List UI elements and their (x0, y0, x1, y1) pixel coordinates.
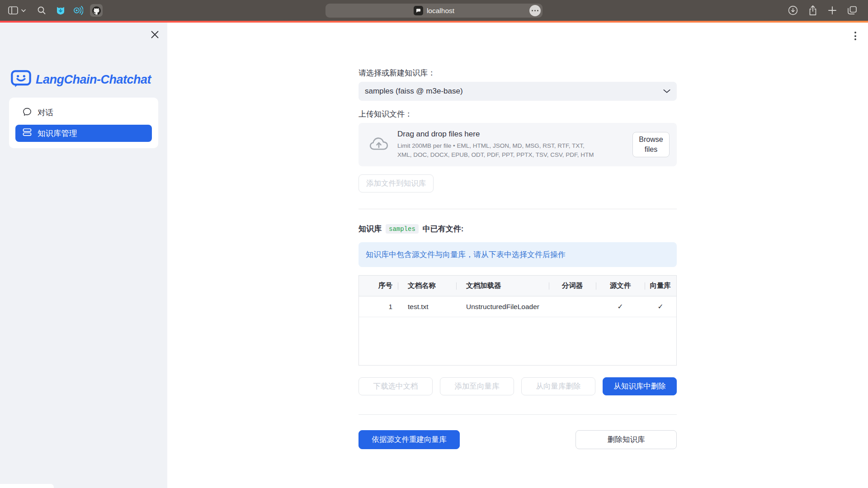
delete-kb-button[interactable]: 删除知识库 (576, 430, 677, 449)
search-icon[interactable] (37, 6, 46, 15)
url-text: localhost (427, 7, 454, 15)
kb-files-table: 序号 文档名称 文档加载器 分词器 源文件 向量库 1 test.txt Uns… (359, 275, 677, 366)
col-header-loader[interactable]: 文档加载器 (456, 276, 549, 296)
app-title: LangChain-Chatchat (36, 73, 151, 87)
row-index: 1 (359, 296, 398, 317)
tab-overview-icon[interactable] (847, 6, 857, 15)
new-tab-icon[interactable] (828, 6, 837, 15)
browser-toolbar: localhost (0, 0, 868, 21)
kb-selectbox-value: samples (faiss @ m3e-base) (365, 87, 463, 96)
kb-name-code: samples (386, 224, 419, 234)
address-bar[interactable]: localhost (326, 4, 542, 18)
kb-footer-actions: 依据源文件重建向量库 删除知识库 (359, 430, 677, 449)
row-splitter (549, 296, 596, 317)
add-to-vectorstore-button[interactable]: 添加至向量库 (440, 377, 514, 395)
heading-suffix: 中已有文件: (423, 224, 464, 234)
kb-stack-icon (23, 128, 32, 139)
download-selected-button[interactable]: 下载选中文档 (359, 377, 433, 395)
chevron-down-icon[interactable] (21, 9, 26, 12)
table-header-row: 序号 文档名称 文档加载器 分词器 源文件 向量库 (359, 276, 676, 296)
download-icon[interactable] (788, 5, 798, 15)
rebuild-vectorstore-button[interactable]: 依据源文件重建向量库 (359, 430, 460, 449)
table-row[interactable]: 1 test.txt UnstructuredFileLoader ✓ ✓ (359, 296, 676, 317)
site-favicon (414, 6, 423, 15)
dropzone-title: Drag and drop files here (397, 130, 632, 139)
sidebar-menu: 对话 知识库管理 (9, 98, 158, 148)
status-bar-notch (0, 484, 54, 488)
main-area: 请选择或新建知识库： samples (faiss @ m3e-base) 上传… (167, 23, 868, 488)
col-header-name[interactable]: 文档名称 (398, 276, 456, 296)
waves-extension-icon[interactable] (72, 5, 83, 15)
app-logo: LangChain-Chatchat (11, 70, 151, 89)
kb-select-label: 请选择或新建知识库： (359, 68, 677, 78)
close-icon[interactable] (150, 30, 159, 39)
row-file-name: test.txt (398, 296, 456, 317)
kb-selectbox[interactable]: samples (faiss @ m3e-base) (359, 82, 677, 101)
browse-files-button[interactable]: Browse files (632, 132, 670, 157)
heading-prefix: 知识库 (359, 224, 382, 234)
sidebar-toggle-icon[interactable] (8, 6, 18, 14)
upload-label: 上传知识文件： (359, 109, 677, 119)
sidebar: LangChain-Chatchat 对话 知识库管理 (0, 23, 167, 488)
col-header-splitter[interactable]: 分词器 (549, 276, 596, 296)
add-files-to-kb-button[interactable]: 添加文件到知识库 (359, 174, 434, 192)
chat-logo-icon (11, 70, 31, 89)
dropzone-hint: Limit 200MB per file • EML, HTML, JSON, … (397, 141, 600, 160)
col-header-vector[interactable]: 向量库 (645, 276, 676, 296)
chat-bubble-icon (23, 107, 32, 118)
kb-files-heading: 知识库 samples 中已有文件: (359, 224, 677, 234)
row-loader: UnstructuredFileLoader (456, 296, 549, 317)
info-banner: 知识库中包含源文件与向量库，请从下表中选择文件后操作 (359, 242, 677, 267)
github-icon[interactable] (90, 4, 103, 17)
chevron-down-icon (663, 87, 670, 96)
cloud-upload-icon (369, 137, 388, 152)
divider (359, 414, 677, 415)
file-dropzone[interactable]: Drag and drop files here Limit 200MB per… (359, 123, 677, 166)
downloads-extension-icon[interactable] (56, 5, 66, 15)
sidebar-item-kb-management[interactable]: 知识库管理 (15, 125, 152, 142)
ellipsis-icon[interactable] (529, 5, 541, 16)
kebab-menu-icon[interactable] (853, 30, 858, 42)
sidebar-item-label: 知识库管理 (38, 128, 77, 139)
col-header-source[interactable]: 源文件 (596, 276, 645, 296)
sidebar-item-dialogue[interactable]: 对话 (15, 104, 152, 121)
remove-from-vector-button[interactable]: 从向量库删除 (521, 377, 595, 395)
delete-from-kb-button[interactable]: 从知识库中删除 (603, 377, 677, 395)
share-icon[interactable] (808, 5, 817, 16)
col-header-index[interactable]: 序号 (359, 276, 398, 296)
divider (359, 209, 677, 209)
sidebar-item-label: 对话 (38, 107, 53, 118)
file-actions: 下载选中文档 添加至向量库 从向量库删除 从知识库中删除 (359, 377, 677, 395)
row-vector-check: ✓ (645, 296, 676, 317)
row-source-check: ✓ (596, 296, 645, 317)
